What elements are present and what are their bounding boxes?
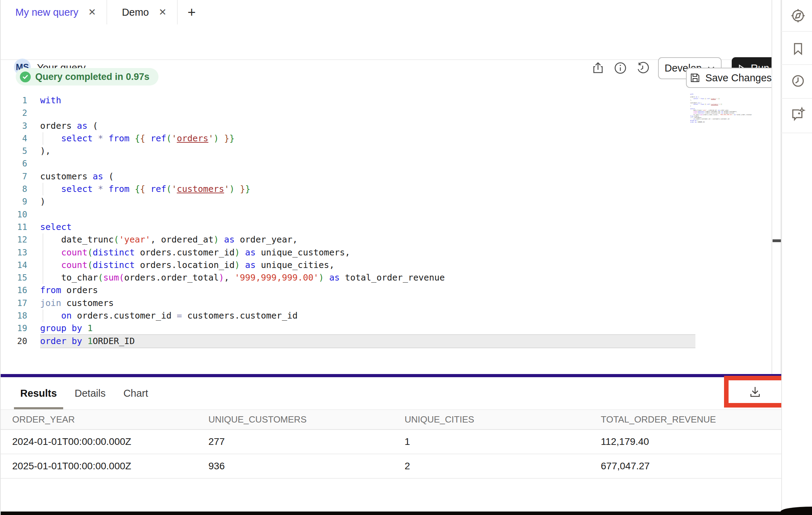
table-cell: 1 [405,436,601,447]
table-cell: 2025-01-01T00:00:00.000Z [12,461,208,472]
line-number: 19 [11,322,27,335]
table-cell: 677,047.27 [601,461,781,472]
code-editor[interactable]: withorders as ( select * from {{ ref('or… [40,94,695,348]
scrollbar-handle[interactable] [773,239,781,242]
table-body: 2024-01-01T00:00:00.000Z2771112,179.4020… [1,430,781,479]
editor-tab[interactable]: My new query✕ [1,0,107,24]
save-changes-button[interactable]: Save Changes [686,68,776,88]
line-number: 11 [11,221,27,233]
minimap-line: order by 1ORDER_ID [690,121,760,123]
line-number: 2 [11,107,27,119]
results-tab-bar: ResultsDetailsChart [1,377,781,409]
line-number: 17 [11,297,27,309]
share-icon[interactable] [591,61,605,75]
line-number: 1 [11,94,27,107]
editor-tab-bar: My new query✕Demo✕+ [1,0,772,25]
sidebar-divider [781,133,812,133]
code-line[interactable] [40,157,695,170]
table-row: 2025-01-01T00:00:00.000Z9362677,047.27 [1,454,781,479]
editor-tab[interactable]: Demo✕ [107,0,178,24]
code-line[interactable]: orders as ( [40,120,695,132]
line-number: 15 [11,271,27,284]
status-badge: Query completed in 0.97s [16,68,158,85]
table-cell: 277 [208,436,405,447]
line-number: 3 [11,120,27,132]
minimap[interactable]: withorders as ( select * from {{ ref('or… [690,94,760,123]
code-line[interactable]: group by 1 [40,322,695,335]
line-number: 10 [11,208,27,221]
sidebar-divider [781,31,812,32]
line-number: 8 [11,183,27,195]
table-cell: 2024-01-01T00:00:00.000Z [12,436,208,447]
bookmark-icon[interactable] [790,41,806,57]
column-header: UNIQUE_CUSTOMERS [208,414,405,425]
code-line[interactable]: ) [40,195,695,208]
line-number: 7 [11,170,27,183]
line-number: 18 [11,309,27,322]
save-label: Save Changes [705,72,772,84]
add-tab-button[interactable]: + [178,0,195,24]
line-number: 14 [11,259,27,271]
line-number: 13 [11,246,27,259]
tab-label: My new query [15,7,79,18]
editor-scrollbar [772,0,781,374]
code-line[interactable]: on orders.customer_id = customers.custom… [40,309,695,322]
close-icon[interactable]: ✕ [88,8,96,17]
sidebar-divider [781,64,812,65]
annotation-highlight [724,376,786,408]
code-line[interactable]: count(distinct orders.customer_id) as un… [40,246,695,259]
code-line[interactable]: to_char(sum(orders.order_total), '999,99… [40,271,695,284]
download-button[interactable] [749,386,761,398]
code-line[interactable]: date_trunc('year', ordered_at) as order_… [40,233,695,246]
code-line[interactable]: select * from {{ ref('orders') }} [40,132,695,145]
ai-chat-icon[interactable] [790,107,806,122]
code-line[interactable]: from orders [40,284,695,297]
code-line[interactable]: join customers [40,297,695,309]
table-cell: 936 [208,461,405,472]
tab-chart[interactable]: Chart [123,377,148,409]
code-line[interactable]: with [40,94,695,107]
code-line[interactable]: select [40,221,695,233]
download-icon [749,386,761,398]
code-line[interactable] [40,107,695,119]
column-header: TOTAL_ORDER_REVENUE [601,414,781,425]
close-icon[interactable]: ✕ [159,8,167,17]
info-icon[interactable] [614,61,627,75]
results-table: ORDER_YEARUNIQUE_CUSTOMERSUNIQUE_CITIEST… [1,409,781,479]
line-number: 20 [11,335,27,348]
compass-icon[interactable] [790,8,806,23]
minimap-line: to_char(sum(orders.order_total), '999,99… [690,114,760,115]
table-row: 2024-01-01T00:00:00.000Z2771112,179.40 [1,430,781,454]
code-line[interactable]: select * from {{ ref('customers') }} [40,183,695,195]
table-cell: 112,179.40 [601,436,781,447]
history-icon[interactable] [636,61,649,75]
code-line[interactable] [40,208,695,221]
table-header-row: ORDER_YEARUNIQUE_CUSTOMERSUNIQUE_CITIEST… [1,409,781,430]
column-header: UNIQUE_CITIES [405,414,601,425]
column-header: ORDER_YEAR [12,414,208,425]
line-number-gutter: 1234567891011121314151617181920 [11,94,27,348]
line-number: 6 [11,157,27,170]
line-number: 4 [11,132,27,145]
line-number: 5 [11,145,27,157]
app-window: My new query✕Demo✕+ MS Your query Develo… [0,0,812,515]
sidebar-divider [781,98,812,99]
code-line[interactable]: customers as ( [40,170,695,183]
save-icon [690,73,700,83]
line-number: 9 [11,195,27,208]
line-number: 12 [11,233,27,246]
clock-icon[interactable] [790,73,806,89]
background-window-edge [1,512,812,515]
table-cell: 2 [405,461,601,472]
code-line[interactable]: count(distinct orders.location_id) as un… [40,259,695,271]
query-header: MS Your query Develop Run [1,24,772,60]
status-text: Query completed in 0.97s [35,72,149,82]
line-number: 16 [11,284,27,297]
panel-resize-divider[interactable] [1,374,781,377]
tab-results[interactable]: Results [20,377,57,409]
check-icon [20,72,31,82]
tab-label: Demo [122,7,149,18]
code-line[interactable]: ), [40,145,695,157]
tab-details[interactable]: Details [75,377,106,409]
code-line[interactable]: order by 1ORDER_ID [40,335,695,348]
